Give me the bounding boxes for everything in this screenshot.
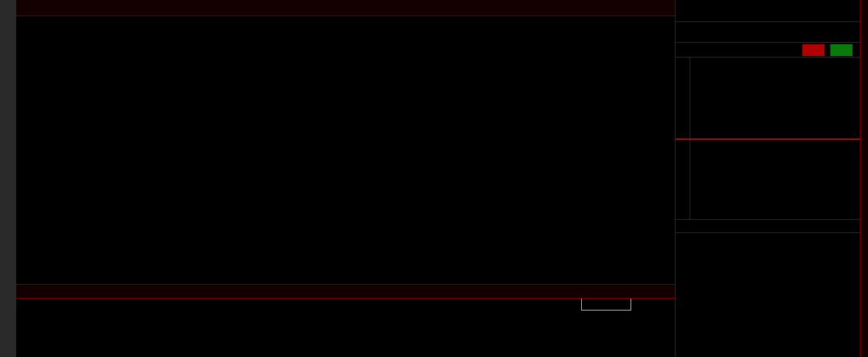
sell-button[interactable] [830,44,853,56]
book-divider [676,139,861,139]
buy-button[interactable] [802,44,824,56]
app-window [0,0,868,357]
kline-chart-canvas[interactable] [16,16,675,357]
indicator-tabs [16,284,675,299]
quote-panel [675,0,860,357]
left-sidebar [0,0,16,357]
quote-title-row [676,0,861,22]
quote-price-row [676,22,861,42]
top-toolbar [16,0,675,16]
indicator-help-button[interactable] [581,298,631,311]
big-order-alert [676,219,861,233]
weibi-row [676,42,861,58]
right-edge-strip [860,0,868,357]
